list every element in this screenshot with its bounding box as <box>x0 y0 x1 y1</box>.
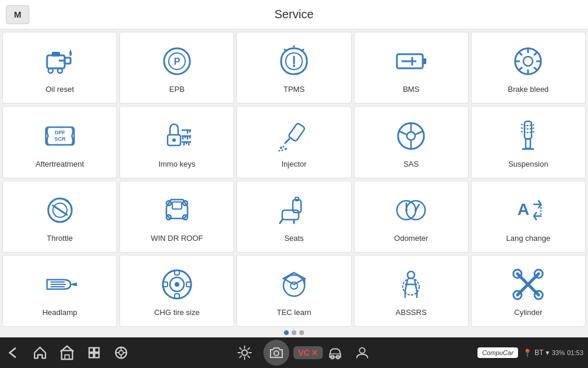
dot-1 <box>284 330 289 335</box>
vci-icon-btn[interactable]: VC✕ <box>300 344 316 361</box>
immo-keys-icon <box>158 117 196 155</box>
cell-aftertreatment[interactable]: DPF SCR Aftertreatment <box>2 106 117 178</box>
browser-button[interactable] <box>113 344 129 361</box>
suspension-icon <box>509 117 547 155</box>
location-icon: 📍 <box>523 349 532 357</box>
status-area: 📍 BT ▾ 33% 01:53 <box>523 349 583 357</box>
camera-button[interactable] <box>263 340 289 366</box>
oil-reset-label: Oil reset <box>45 85 74 94</box>
pagination-dots <box>0 329 588 337</box>
signal-icon: ▾ <box>546 349 549 357</box>
svg-point-10 <box>293 65 295 67</box>
svg-rect-2 <box>65 58 71 64</box>
svg-point-97 <box>175 282 179 287</box>
svg-point-81 <box>405 209 407 211</box>
bms-label: BMS <box>403 85 419 94</box>
grid-row-1: Oil reset P EPB <box>2 32 586 104</box>
tpms-icon <box>275 42 313 80</box>
svg-point-52 <box>279 150 280 151</box>
cell-seats[interactable]: Seats <box>236 181 351 253</box>
bottom-left-icons <box>5 344 129 361</box>
oil-reset-icon <box>41 42 79 80</box>
brake-bleed-label: Brake bleed <box>508 85 549 94</box>
cell-headlamp[interactable]: Headlamp <box>2 255 117 327</box>
battery-percent: 33% <box>552 349 564 356</box>
svg-point-48 <box>280 147 282 149</box>
cell-brake-bleed[interactable]: Brake bleed <box>471 32 586 104</box>
profile-button[interactable] <box>354 344 370 361</box>
cell-odometer[interactable]: Odometer <box>354 181 469 253</box>
cell-oil-reset[interactable]: Oil reset <box>2 32 117 104</box>
brightness-button[interactable] <box>236 344 253 361</box>
back-button[interactable] <box>5 344 21 361</box>
tire-label: CHG tire size <box>154 308 199 317</box>
svg-line-25 <box>534 67 537 71</box>
svg-text:A: A <box>517 200 529 218</box>
sas-icon <box>392 117 430 155</box>
building-button[interactable] <box>59 344 75 361</box>
svg-rect-116 <box>95 348 99 352</box>
svg-line-27 <box>519 67 522 71</box>
cell-immo-keys[interactable]: Immo keys <box>119 106 234 178</box>
svg-point-54 <box>407 132 415 140</box>
cell-bms[interactable]: BMS <box>354 32 469 104</box>
svg-point-125 <box>242 350 247 355</box>
svg-text:SCR: SCR <box>54 136 66 142</box>
svg-point-101 <box>290 282 298 289</box>
svg-point-82 <box>415 209 417 211</box>
cell-cylinder[interactable]: Cylinder <box>471 255 586 327</box>
cell-sas[interactable]: SAS <box>354 106 469 178</box>
immo-keys-label: Immo keys <box>158 160 195 169</box>
svg-line-47 <box>285 139 289 143</box>
lang-change-label: Lang change <box>506 234 550 243</box>
svg-line-132 <box>248 348 250 350</box>
grid-row-2: DPF SCR Aftertreatment <box>2 106 586 178</box>
cell-chg-tire-size[interactable]: CHG tire size <box>119 255 234 327</box>
winroof-label: WIN DR ROOF <box>151 234 203 243</box>
svg-point-4 <box>48 68 53 73</box>
lang-change-icon: A <box>509 191 547 229</box>
svg-rect-60 <box>526 139 530 148</box>
abssrs-icon <box>392 266 430 303</box>
cell-lang-change[interactable]: A Lang change <box>471 181 586 253</box>
svg-rect-46 <box>288 122 305 141</box>
svg-point-28 <box>523 57 533 66</box>
odometer-icon <box>392 191 430 229</box>
cell-abssrs[interactable]: ABSSRS <box>354 255 469 327</box>
sas-label: SAS <box>403 160 419 169</box>
cell-tpms[interactable]: TPMS <box>236 32 351 104</box>
epb-icon: P <box>158 42 196 80</box>
vehicle-button[interactable] <box>327 344 343 361</box>
svg-point-102 <box>407 271 415 279</box>
cell-win-dr-roof[interactable]: WIN DR ROOF <box>119 181 234 253</box>
svg-point-5 <box>58 68 62 73</box>
cell-suspension[interactable]: Suspension <box>471 106 586 178</box>
cell-throttle[interactable]: Throttle <box>2 181 117 253</box>
throttle-icon <box>41 191 79 229</box>
injector-label: Injector <box>282 160 307 169</box>
svg-line-26 <box>534 52 537 55</box>
cell-epb[interactable]: P EPB <box>119 32 234 104</box>
cylinder-icon <box>509 266 547 303</box>
odometer-label: Odometer <box>394 234 428 243</box>
service-grid: Oil reset P EPB <box>0 29 588 329</box>
cell-injector[interactable]: Injector <box>236 106 351 178</box>
m-button[interactable]: M <box>6 5 29 24</box>
svg-line-58 <box>415 131 423 135</box>
app-switch-button[interactable] <box>86 344 102 361</box>
suspension-label: Suspension <box>508 160 548 169</box>
vci-badge: VC✕ <box>293 346 322 359</box>
aftertreatment-icon: DPF SCR <box>41 117 79 155</box>
cylinder-label: Cylinder <box>514 308 543 317</box>
svg-point-134 <box>274 351 279 356</box>
svg-rect-67 <box>172 202 182 209</box>
bms-icon <box>392 42 430 80</box>
svg-line-131 <box>248 356 250 358</box>
cell-tec-learn[interactable]: TEC learn <box>236 255 351 327</box>
svg-line-57 <box>399 131 407 135</box>
home-button[interactable] <box>32 344 48 361</box>
compucar-logo: CompuCar <box>477 347 518 358</box>
svg-line-133 <box>240 356 242 358</box>
svg-point-138 <box>359 348 365 353</box>
svg-point-33 <box>172 138 176 142</box>
